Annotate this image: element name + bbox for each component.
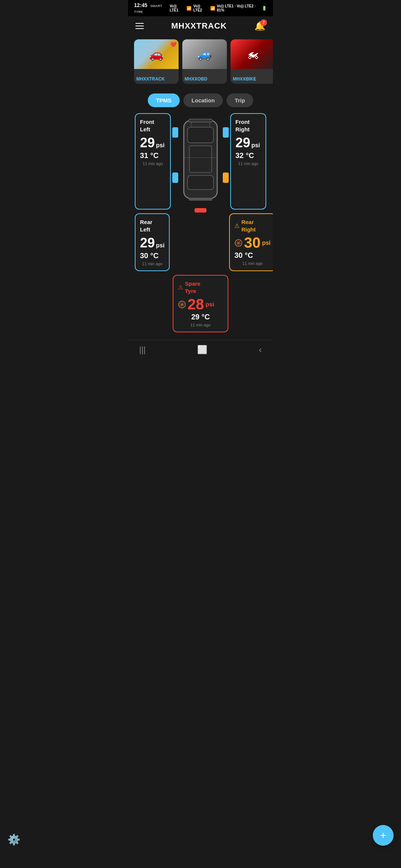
nav-back-button[interactable]: ‹ bbox=[259, 345, 262, 355]
rear-row: RearLeft 29 psi 30 °C 11 min ago ⚠ RearR… bbox=[135, 213, 266, 271]
tire-rear-left-position: RearLeft bbox=[140, 218, 164, 233]
tire-front-right-temp: 32 °C bbox=[235, 151, 261, 160]
tire-indicator-rl bbox=[172, 172, 178, 183]
hamburger-menu[interactable] bbox=[136, 23, 144, 29]
tire-rear-right-unit: psi bbox=[262, 240, 271, 246]
tab-tpms[interactable]: TPMS bbox=[148, 93, 180, 107]
tire-tread-icon-rr: 🛞 bbox=[234, 239, 242, 247]
tire-front-left-psi-row: 29 psi bbox=[140, 135, 166, 151]
vehicle-name-mhxxtrack: MHXXTRACK bbox=[136, 76, 165, 82]
tire-front-left-time: 11 min ago bbox=[140, 161, 166, 166]
notification-badge: 7 bbox=[260, 19, 267, 26]
tire-rear-left-temp: 30 °C bbox=[140, 251, 164, 260]
tire-rear-right-temp: 30 °C bbox=[234, 251, 271, 260]
tire-rear-right-position: RearRight bbox=[241, 218, 255, 233]
car-spacer bbox=[173, 213, 225, 271]
tire-tread-icon-spare: 🛞 bbox=[178, 300, 186, 309]
tire-indicator-spare bbox=[195, 208, 206, 213]
status-bar: 12:45 SMART TYRE Vo)) LTE1 📶 Vo)) LTE2 📶… bbox=[128, 0, 273, 16]
tire-rear-left-psi-row: 29 psi bbox=[140, 235, 164, 251]
tire-indicator-fl bbox=[172, 127, 178, 138]
vehicle-name-mhxxobd: MHXXOBD bbox=[185, 76, 207, 82]
svg-rect-2 bbox=[188, 175, 213, 190]
heart-icon: ❤️ bbox=[170, 42, 176, 47]
tire-front-left-temp: 31 °C bbox=[140, 151, 166, 160]
tire-spare-psi: 28 bbox=[188, 296, 204, 313]
tire-rear-right-psi: 30 bbox=[244, 234, 261, 251]
svg-rect-7 bbox=[189, 119, 212, 122]
tab-trip[interactable]: Trip bbox=[226, 93, 253, 107]
vehicle-carousel: 🚗 ❤️ MHXXTRACK 🚙 MHXXOBD 🏍 MHXXBIKE bbox=[128, 36, 273, 88]
tire-front-right-psi-row: 29 psi bbox=[235, 135, 261, 151]
tire-front-right-psi: 29 bbox=[235, 135, 250, 151]
warning-triangle-icon-spare: ⚠ bbox=[178, 284, 183, 291]
front-row: FrontLeft 29 psi 31 °C 11 min ago bbox=[135, 113, 266, 210]
vehicle-card-mhxxbike[interactable]: 🏍 MHXXBIKE bbox=[231, 39, 273, 84]
vehicle-card-mhxxobd[interactable]: 🚙 MHXXOBD bbox=[182, 39, 227, 84]
tire-front-right: FrontRight 29 psi 32 °C 11 min ago bbox=[230, 113, 266, 210]
tire-spare-position: SpareTyre bbox=[185, 280, 200, 295]
svg-rect-5 bbox=[189, 146, 212, 172]
vehicle-card-mhxxtrack[interactable]: 🚗 ❤️ MHXXTRACK bbox=[134, 39, 179, 84]
tire-indicator-fr bbox=[223, 127, 229, 138]
tire-front-left-psi: 29 bbox=[140, 135, 155, 151]
bottom-navigation: ||| ⬜ ‹ bbox=[128, 340, 273, 359]
tab-location[interactable]: Location bbox=[183, 93, 223, 107]
car-svg bbox=[175, 113, 226, 210]
tire-front-left-unit: psi bbox=[156, 142, 164, 149]
tire-rear-left: RearLeft 29 psi 30 °C 11 min ago bbox=[135, 213, 170, 271]
tire-front-right-time: 11 min ago bbox=[235, 161, 261, 166]
tire-rear-left-time: 11 min ago bbox=[140, 262, 164, 266]
tire-front-right-position: FrontRight bbox=[235, 118, 261, 133]
tire-rear-left-unit: psi bbox=[156, 242, 164, 249]
tire-rear-right-time: 11 min ago bbox=[234, 261, 271, 266]
tire-spare-temp: 29 °C bbox=[178, 313, 223, 321]
warning-triangle-icon: ⚠ bbox=[234, 222, 239, 229]
notification-button[interactable]: 🔔 7 bbox=[254, 21, 265, 31]
tire-rear-right-warning-header: ⚠ RearRight bbox=[234, 218, 271, 233]
tire-spare-unit: psi bbox=[206, 301, 214, 308]
spare-row: ⚠ SpareTyre 🛞 28 psi 29 °C 11 min ago bbox=[135, 275, 266, 332]
vehicle-image-mhxxbike: 🏍 bbox=[231, 39, 273, 69]
vehicle-image-mhxxobd: 🚙 bbox=[182, 39, 227, 69]
vehicle-name-mhxxbike: MHXXBIKE bbox=[233, 76, 256, 82]
tire-indicator-rr bbox=[223, 172, 229, 183]
tire-rear-left-psi: 29 bbox=[140, 235, 155, 251]
tire-spare: ⚠ SpareTyre 🛞 28 psi 29 °C 11 min ago bbox=[173, 275, 228, 332]
tire-front-left-position: FrontLeft bbox=[140, 118, 166, 133]
tire-rear-right-psi-row: 🛞 30 psi bbox=[234, 234, 271, 251]
nav-menu-button[interactable]: ||| bbox=[139, 345, 146, 355]
svg-rect-1 bbox=[188, 127, 213, 143]
tire-spare-time: 11 min ago bbox=[178, 323, 223, 327]
nav-home-button[interactable]: ⬜ bbox=[197, 345, 207, 355]
status-time: 12:45 SMART TYRE bbox=[134, 2, 170, 14]
car-diagram bbox=[175, 113, 226, 210]
tire-front-left: FrontLeft 29 psi 31 °C 11 min ago bbox=[135, 113, 171, 210]
svg-rect-8 bbox=[189, 198, 212, 201]
tire-spare-psi-row: 🛞 28 psi bbox=[178, 296, 223, 313]
tpms-section: FrontLeft 29 psi 31 °C 11 min ago bbox=[128, 113, 273, 340]
tab-bar: TPMS Location Trip bbox=[128, 88, 273, 113]
status-icons: Vo)) LTE1 📶 Vo)) LTE2 📶 Vo)) LTE1 · Vo))… bbox=[170, 4, 267, 12]
car-outline-svg bbox=[175, 113, 226, 210]
tire-front-right-unit: psi bbox=[251, 142, 260, 149]
header: MHXXTRACK 🔔 7 bbox=[128, 16, 273, 36]
app-title: MHXXTRACK bbox=[171, 21, 227, 31]
tire-spare-warning-header: ⚠ SpareTyre bbox=[178, 280, 223, 295]
tire-rear-right: ⚠ RearRight 🛞 30 psi 30 °C 11 min ago bbox=[229, 213, 273, 271]
